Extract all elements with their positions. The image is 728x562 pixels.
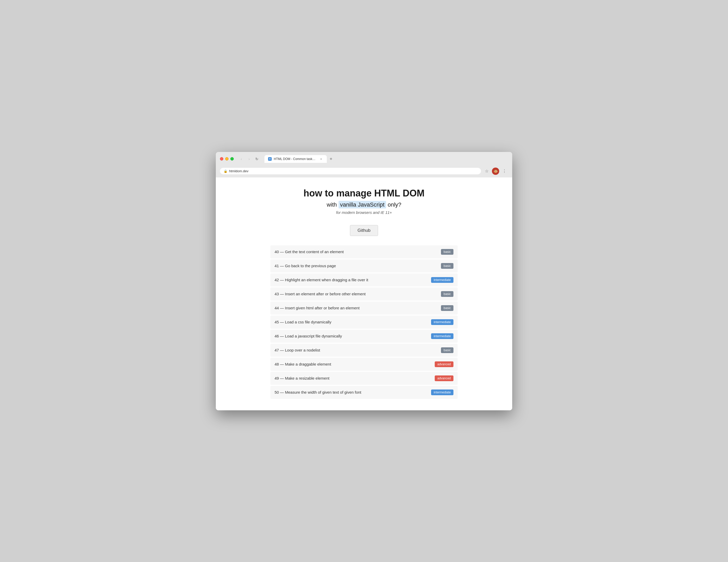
tab-bar: H HTML DOM - Common tasks of × +: [264, 155, 335, 163]
list-item[interactable]: 50 — Measure the width of given text of …: [270, 386, 458, 399]
forward-button[interactable]: ›: [246, 155, 252, 162]
level-badge: basic: [441, 263, 453, 269]
address-bar-row: 🔒 htmldom.dev ☆ 🐵 ⋮: [216, 165, 512, 177]
level-badge: intermediate: [431, 277, 453, 283]
item-text: 42 — Highlight an element when dragging …: [275, 277, 431, 282]
active-tab[interactable]: H HTML DOM - Common tasks of ×: [264, 155, 327, 163]
level-badge: intermediate: [431, 333, 453, 339]
level-badge: advanced: [435, 362, 453, 367]
tab-favicon: H: [268, 157, 272, 161]
profile-avatar[interactable]: 🐵: [492, 167, 499, 175]
list-item[interactable]: 42 — Highlight an element when dragging …: [270, 273, 458, 287]
subtitle-before: with: [327, 201, 338, 208]
level-badge: advanced: [435, 376, 453, 381]
back-button[interactable]: ‹: [238, 155, 245, 162]
page-tagline: for modern browsers and IE 11+: [221, 210, 507, 215]
item-text: 46 — Load a javascript file dynamically: [275, 334, 431, 338]
level-badge: basic: [441, 249, 453, 255]
item-text: 47 — Loop over a nodelist: [275, 348, 441, 352]
traffic-lights: [220, 157, 234, 160]
minimize-button[interactable]: [225, 157, 229, 160]
list-item[interactable]: 43 — Insert an element after or before o…: [270, 288, 458, 301]
new-tab-button[interactable]: +: [327, 155, 335, 163]
item-text: 40 — Get the text content of an element: [275, 249, 441, 254]
refresh-button[interactable]: ↻: [253, 155, 260, 162]
list-item[interactable]: 48 — Make a draggable elementadvanced: [270, 358, 458, 371]
item-text: 44 — Insert given html after or before a…: [275, 306, 441, 310]
level-badge: intermediate: [431, 319, 453, 325]
list-item[interactable]: 49 — Make a resizable elementadvanced: [270, 372, 458, 385]
bookmark-button[interactable]: ☆: [483, 167, 490, 175]
list-item[interactable]: 41 — Go back to the previous pagebasic: [270, 259, 458, 272]
item-text: 49 — Make a resizable element: [275, 376, 435, 380]
level-badge: intermediate: [431, 390, 453, 395]
github-btn-container: Github: [221, 225, 507, 236]
list-item[interactable]: 46 — Load a javascript file dynamicallyi…: [270, 330, 458, 343]
item-text: 45 — Load a css file dynamically: [275, 320, 431, 324]
browser-content: how to manage HTML DOM with vanilla Java…: [216, 177, 512, 410]
level-badge: basic: [441, 291, 453, 297]
item-text: 43 — Insert an element after or before o…: [275, 292, 441, 296]
level-badge: basic: [441, 305, 453, 311]
browser-nav: ‹ › ↻: [238, 155, 260, 162]
item-text: 48 — Make a draggable element: [275, 362, 435, 366]
list-item[interactable]: 44 — Insert given html after or before a…: [270, 302, 458, 315]
item-text: 50 — Measure the width of given text of …: [275, 390, 431, 395]
url-text: htmldom.dev: [229, 169, 477, 173]
tab-title: HTML DOM - Common tasks of: [274, 157, 317, 161]
level-badge: basic: [441, 347, 453, 353]
item-text: 41 — Go back to the previous page: [275, 263, 441, 268]
address-bar[interactable]: 🔒 htmldom.dev: [220, 168, 481, 174]
browser-controls: ‹ › ↻ H HTML DOM - Common tasks of × +: [220, 155, 508, 163]
subtitle-after: only?: [386, 201, 401, 208]
list-item[interactable]: 40 — Get the text content of an elementb…: [270, 245, 458, 258]
subtitle-highlight: vanilla JavaScript: [339, 201, 386, 208]
browser-titlebar: ‹ › ↻ H HTML DOM - Common tasks of × +: [216, 152, 512, 165]
list-item[interactable]: 47 — Loop over a nodelistbasic: [270, 344, 458, 357]
list-item[interactable]: 45 — Load a css file dynamicallyintermed…: [270, 316, 458, 329]
lock-icon: 🔒: [224, 169, 227, 173]
tab-close-button[interactable]: ×: [319, 157, 323, 161]
maximize-button[interactable]: [230, 157, 234, 160]
more-button[interactable]: ⋮: [501, 167, 508, 175]
github-button[interactable]: Github: [350, 225, 378, 236]
close-button[interactable]: [220, 157, 223, 160]
page-title: how to manage HTML DOM: [221, 188, 507, 199]
browser-actions: ☆ 🐵 ⋮: [483, 167, 508, 175]
page-header: how to manage HTML DOM with vanilla Java…: [221, 188, 507, 215]
browser-window: ‹ › ↻ H HTML DOM - Common tasks of × + 🔒…: [216, 152, 512, 410]
items-list: 40 — Get the text content of an elementb…: [270, 245, 458, 399]
page-subtitle: with vanilla JavaScript only?: [221, 201, 507, 208]
